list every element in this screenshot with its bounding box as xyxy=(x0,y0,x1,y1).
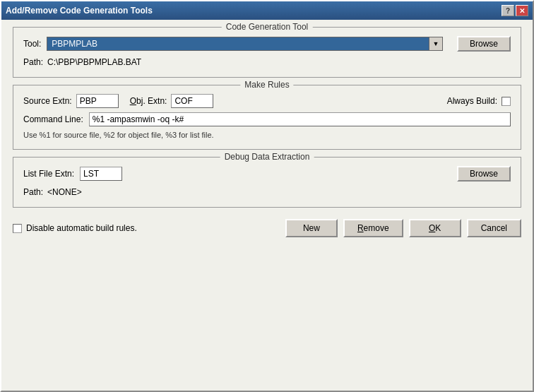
ok-button[interactable]: OK xyxy=(409,219,461,237)
debug-data-group: Debug Data Extraction List File Extn: Br… xyxy=(13,157,521,208)
make-rules-group: Make Rules Source Extn: Obj. Extn: Alway… xyxy=(13,85,521,150)
obj-extn-input[interactable] xyxy=(171,94,213,108)
list-file-extn-input[interactable] xyxy=(80,167,122,181)
code-gen-tool-group: Code Generation Tool Tool: ▼ Browse Path… xyxy=(13,27,521,78)
list-file-extn-label: List File Extn: xyxy=(23,169,74,179)
command-line-input[interactable] xyxy=(89,112,511,126)
always-build-group: Always Build: xyxy=(447,96,511,106)
debug-path-row: Path: <NONE> xyxy=(23,187,511,197)
cancel-button[interactable]: Cancel xyxy=(467,219,521,237)
action-buttons: New Remove OK Cancel xyxy=(285,219,521,237)
debug-browse-button[interactable]: Browse xyxy=(457,166,511,182)
new-button[interactable]: New xyxy=(285,219,338,237)
source-extn-input[interactable] xyxy=(76,94,119,108)
tool-dropdown-input[interactable] xyxy=(47,37,429,51)
tool-path-label: Path: xyxy=(23,57,43,67)
disable-checkbox[interactable] xyxy=(13,224,22,233)
obj-extn-label: Obj. Extn: xyxy=(130,96,167,106)
command-line-row: Command Line: xyxy=(23,112,511,126)
disable-label: Disable automatic build rules. xyxy=(26,223,137,233)
tool-dropdown-arrow[interactable]: ▼ xyxy=(429,37,443,51)
source-extn-label: Source Extn: xyxy=(23,96,72,106)
debug-path-label: Path: xyxy=(23,187,43,197)
code-gen-tool-legend: Code Generation Tool xyxy=(222,22,313,32)
always-build-checkbox[interactable] xyxy=(502,97,511,106)
help-button[interactable]: ? xyxy=(502,5,514,16)
close-button[interactable]: ✕ xyxy=(516,5,528,16)
debug-data-legend: Debug Data Extraction xyxy=(220,152,314,162)
tool-label: Tool: xyxy=(23,39,41,49)
debug-path-value: <NONE> xyxy=(47,187,82,197)
tool-path-value: C:\PBP\PBPMPLAB.BAT xyxy=(47,57,141,67)
window-content: Code Generation Tool Tool: ▼ Browse Path… xyxy=(1,20,533,391)
code-gen-browse-button[interactable]: Browse xyxy=(457,36,511,52)
command-line-label: Command Line: xyxy=(23,114,83,124)
source-extn-group: Source Extn: xyxy=(23,94,119,108)
extn-row: Source Extn: Obj. Extn: Always Build: xyxy=(23,94,511,108)
title-bar-buttons: ? ✕ xyxy=(502,5,528,16)
obj-extn-group: Obj. Extn: xyxy=(130,94,214,108)
main-window: Add/Remove Code Generation Tools ? ✕ Cod… xyxy=(0,0,534,392)
tool-path-row: Path: C:\PBP\PBPMPLAB.BAT xyxy=(23,57,511,67)
disable-check-group: Disable automatic build rules. xyxy=(13,223,137,233)
remove-button[interactable]: Remove xyxy=(343,219,403,237)
window-title: Add/Remove Code Generation Tools xyxy=(6,6,153,16)
make-rules-legend: Make Rules xyxy=(240,80,293,90)
always-build-label: Always Build: xyxy=(447,96,497,106)
footer-row: Disable automatic build rules. New Remov… xyxy=(13,215,521,240)
command-line-hint: Use %1 for source file, %2 for object fi… xyxy=(23,131,511,139)
title-bar: Add/Remove Code Generation Tools ? ✕ xyxy=(1,1,533,20)
